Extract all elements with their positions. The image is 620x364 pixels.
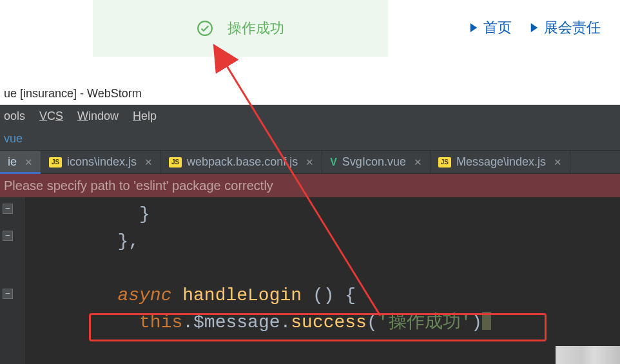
tab-svgicon-label: SvgIcon.vue bbox=[342, 155, 406, 169]
tab-svgicon[interactable]: V SvgIcon.vue ✕ bbox=[322, 151, 431, 173]
check-circle-icon bbox=[197, 20, 213, 37]
close-icon[interactable]: ✕ bbox=[24, 157, 33, 168]
menu-tools[interactable]: ools bbox=[4, 110, 25, 123]
close-icon[interactable]: ✕ bbox=[305, 157, 314, 168]
code-line-message: this.$message.success('操作成功') bbox=[24, 309, 620, 336]
ide-title: ue [insurance] - WebStorm bbox=[4, 87, 142, 101]
close-icon[interactable]: ✕ bbox=[144, 157, 153, 168]
tab-icons-index[interactable]: JS icons\index.js ✕ bbox=[41, 151, 161, 173]
arrow-right-icon bbox=[530, 22, 539, 34]
tab-webpack-label: webpack.base.conf.js bbox=[187, 155, 298, 169]
fold-marker-icon[interactable]: – bbox=[3, 231, 13, 241]
success-toast: 操作成功 bbox=[93, 0, 388, 57]
eslint-warning-text: Please specify path to 'eslint' package … bbox=[4, 178, 273, 193]
image-artifact bbox=[556, 346, 620, 364]
menu-window[interactable]: Window bbox=[77, 110, 119, 123]
tab-message-label: Message\index.js bbox=[456, 155, 546, 169]
toast-text: 操作成功 bbox=[228, 19, 284, 38]
menu-help[interactable]: Help bbox=[133, 110, 157, 123]
nav-expo-label: 展会责任 bbox=[544, 18, 601, 37]
js-file-icon: JS bbox=[49, 157, 62, 168]
breadcrumb-vue: vue bbox=[4, 132, 23, 146]
editor-tabs: ie ✕ JS icons\index.js ✕ JS webpack.base… bbox=[0, 151, 620, 174]
nav-expo[interactable]: 展会责任 bbox=[530, 18, 601, 37]
code-editor[interactable]: – – – } }, async handleLogin () { this.$… bbox=[0, 197, 620, 364]
menu-vcs[interactable]: VCS bbox=[39, 110, 63, 123]
caret bbox=[482, 312, 491, 330]
top-nav: 首页 展会责任 bbox=[469, 18, 601, 37]
js-file-icon: JS bbox=[438, 157, 451, 168]
tab-active[interactable]: ie ✕ bbox=[0, 151, 41, 173]
code-line: }, bbox=[24, 228, 620, 255]
ide-menubar: ools VCS Window Help bbox=[0, 105, 620, 128]
vue-file-icon: V bbox=[330, 157, 337, 168]
eslint-warning-bar: Please specify path to 'eslint' package … bbox=[0, 174, 620, 197]
ide-titlebar: ue [insurance] - WebStorm bbox=[0, 82, 620, 105]
code-line: } bbox=[24, 201, 620, 228]
breadcrumb[interactable]: vue bbox=[0, 128, 620, 151]
fold-marker-icon[interactable]: – bbox=[3, 289, 13, 299]
ide-window: ue [insurance] - WebStorm ools VCS Windo… bbox=[0, 82, 620, 364]
close-icon[interactable]: ✕ bbox=[414, 157, 422, 168]
fold-marker-icon[interactable]: – bbox=[3, 204, 13, 214]
nav-home[interactable]: 首页 bbox=[469, 18, 512, 37]
svg-point-0 bbox=[198, 21, 212, 35]
code-line-async: async handleLogin () { bbox=[24, 282, 620, 309]
code-content: } }, async handleLogin () { this.$messag… bbox=[24, 197, 620, 364]
tab-icons-label: icons\index.js bbox=[67, 155, 137, 169]
arrow-right-icon bbox=[469, 22, 478, 34]
code-line bbox=[24, 255, 620, 282]
js-file-icon: JS bbox=[169, 157, 182, 168]
tab-webpack[interactable]: JS webpack.base.conf.js ✕ bbox=[161, 151, 322, 173]
editor-gutter: – – – bbox=[0, 197, 24, 364]
tab-message-index[interactable]: JS Message\index.js ✕ bbox=[431, 151, 570, 173]
nav-home-label: 首页 bbox=[483, 18, 512, 37]
tab-active-label: ie bbox=[8, 155, 17, 169]
close-icon[interactable]: ✕ bbox=[554, 157, 562, 168]
